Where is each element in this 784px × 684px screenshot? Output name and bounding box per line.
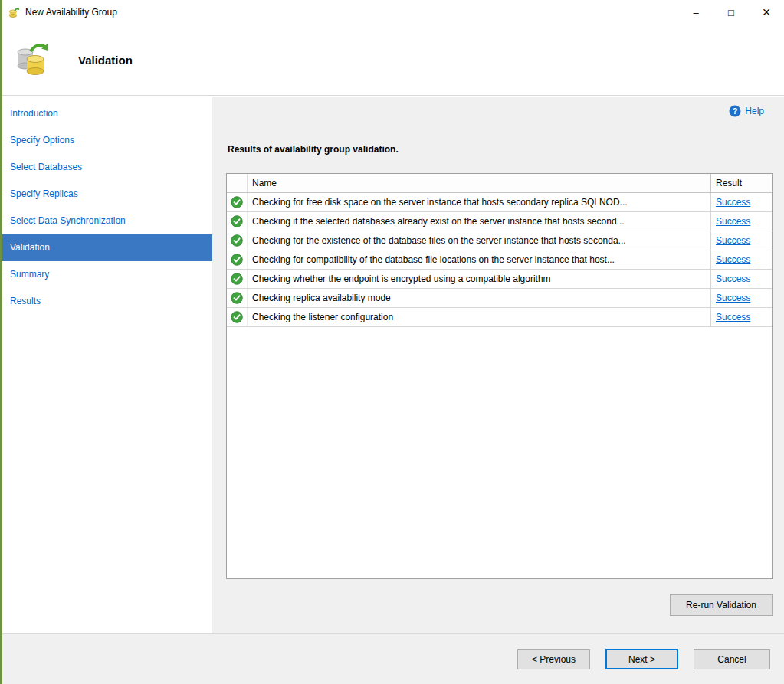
- success-check-icon: [227, 212, 248, 231]
- help-label: Help: [745, 106, 764, 116]
- validation-check-name: Checking for the existence of the databa…: [248, 231, 710, 250]
- sidebar-item-specify-replicas[interactable]: Specify Replicas: [0, 181, 212, 208]
- cancel-button[interactable]: Cancel: [694, 649, 770, 669]
- grid-empty-area: [227, 327, 772, 578]
- grid-header-result: Result: [710, 174, 772, 192]
- result-success-link[interactable]: Success: [716, 216, 750, 227]
- new-availability-group-window: New Availability Group – □ ✕ Validation …: [0, 0, 784, 684]
- result-success-link[interactable]: Success: [716, 235, 750, 246]
- result-success-link[interactable]: Success: [716, 273, 750, 284]
- page-title: Validation: [78, 54, 133, 67]
- result-success-link[interactable]: Success: [716, 254, 750, 265]
- availability-group-header-icon: [12, 41, 51, 79]
- grid-header-row: Name Result: [227, 174, 772, 193]
- availability-group-app-icon: [8, 6, 20, 18]
- success-check-icon: [227, 308, 248, 326]
- minimize-button[interactable]: –: [678, 0, 713, 25]
- table-row[interactable]: Checking if the selected databases alrea…: [227, 212, 772, 231]
- validation-check-name: Checking if the selected databases alrea…: [248, 212, 710, 231]
- svg-text:?: ?: [733, 106, 738, 116]
- result-success-link[interactable]: Success: [716, 293, 750, 303]
- sidebar-item-summary[interactable]: Summary: [0, 261, 212, 288]
- table-row[interactable]: Checking for compatibility of the databa…: [227, 250, 772, 270]
- sidebar-item-introduction[interactable]: Introduction: [0, 100, 212, 127]
- table-row[interactable]: Checking for free disk space on the serv…: [227, 193, 772, 212]
- sidebar-item-validation[interactable]: Validation: [0, 234, 212, 261]
- results-label: Results of availability group validation…: [228, 144, 399, 155]
- success-check-icon: [227, 250, 248, 269]
- validation-results-grid: Name Result Checking for free disk space…: [226, 173, 773, 579]
- success-check-icon: [227, 289, 248, 307]
- wizard-footer: < Previous Next > Cancel: [0, 633, 784, 684]
- result-success-link[interactable]: Success: [716, 197, 750, 208]
- maximize-button[interactable]: □: [713, 0, 749, 25]
- validation-panel: ? Help Results of availability group val…: [212, 97, 784, 633]
- success-check-icon: [227, 231, 248, 250]
- next-button[interactable]: Next >: [605, 649, 678, 669]
- window-left-edge: [0, 0, 2, 684]
- sidebar-item-results[interactable]: Results: [0, 288, 212, 315]
- validation-check-name: Checking replica availability mode: [248, 289, 710, 307]
- table-row[interactable]: Checking for the existence of the databa…: [227, 231, 772, 250]
- table-row[interactable]: Checking whether the endpoint is encrypt…: [227, 270, 772, 289]
- validation-check-name: Checking for free disk space on the serv…: [248, 193, 710, 211]
- result-success-link[interactable]: Success: [716, 312, 750, 322]
- wizard-steps-sidebar: Introduction Specify Options Select Data…: [0, 97, 212, 633]
- grid-header-name: Name: [248, 174, 710, 192]
- validation-check-name: Checking the listener configuration: [248, 308, 710, 326]
- success-check-icon: [227, 270, 248, 288]
- grid-header-icon-column: [227, 174, 248, 192]
- rerun-validation-button[interactable]: Re-run Validation: [670, 594, 773, 616]
- title-bar: New Availability Group – □ ✕: [0, 0, 784, 25]
- sidebar-item-select-databases[interactable]: Select Databases: [0, 154, 212, 181]
- table-row[interactable]: Checking the listener configuration Succ…: [227, 308, 772, 327]
- sidebar-item-select-data-synchronization[interactable]: Select Data Synchronization: [0, 208, 212, 234]
- validation-check-name: Checking whether the endpoint is encrypt…: [248, 270, 710, 288]
- table-row[interactable]: Checking replica availability mode Succe…: [227, 289, 772, 308]
- sidebar-item-specify-options[interactable]: Specify Options: [0, 127, 212, 154]
- success-check-icon: [227, 193, 248, 211]
- validation-check-name: Checking for compatibility of the databa…: [248, 250, 710, 269]
- help-link[interactable]: ? Help: [729, 105, 764, 117]
- window-title: New Availability Group: [25, 7, 117, 18]
- help-icon: ?: [729, 105, 741, 117]
- close-button[interactable]: ✕: [749, 0, 784, 25]
- previous-button[interactable]: < Previous: [517, 649, 590, 669]
- wizard-header: Validation: [0, 25, 784, 96]
